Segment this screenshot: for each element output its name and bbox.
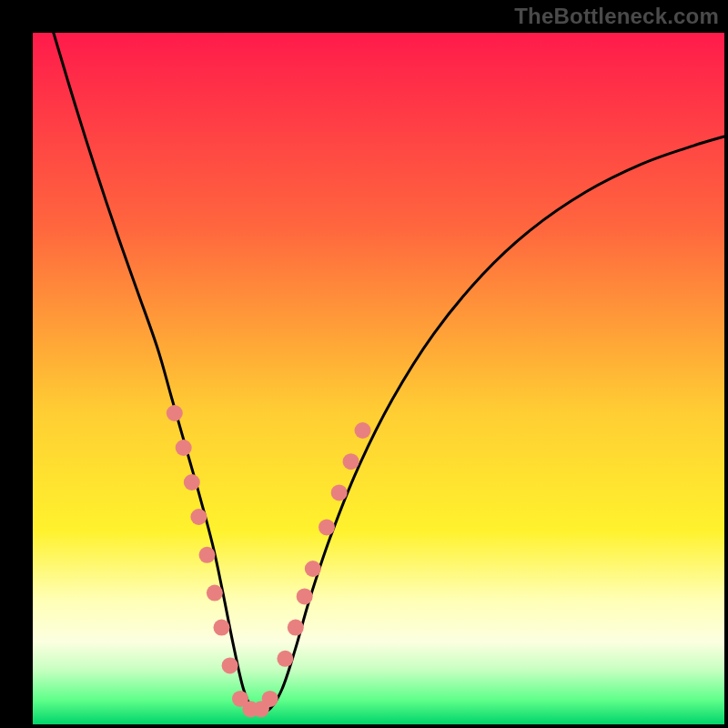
bottleneck-chart xyxy=(0,0,728,728)
plot-background xyxy=(33,33,724,724)
highlight-dot xyxy=(190,509,207,525)
highlight-dot xyxy=(297,588,313,604)
watermark-text: TheBottleneck.com xyxy=(514,4,719,29)
highlight-dot xyxy=(318,519,335,535)
highlight-dot xyxy=(167,405,183,421)
highlight-dot xyxy=(343,453,359,470)
highlight-dot xyxy=(277,651,293,667)
highlight-dot xyxy=(355,422,371,439)
highlight-dot xyxy=(199,547,216,563)
highlight-dot xyxy=(288,620,304,636)
highlight-dot xyxy=(207,585,223,602)
highlight-dot xyxy=(305,561,321,577)
highlight-dot xyxy=(213,620,229,636)
chart-frame: TheBottleneck.com xyxy=(0,0,728,728)
highlight-dot xyxy=(331,484,348,500)
highlight-dot xyxy=(176,440,192,456)
highlight-dot xyxy=(222,657,238,673)
highlight-dot xyxy=(262,691,278,707)
highlight-dot xyxy=(184,474,200,490)
